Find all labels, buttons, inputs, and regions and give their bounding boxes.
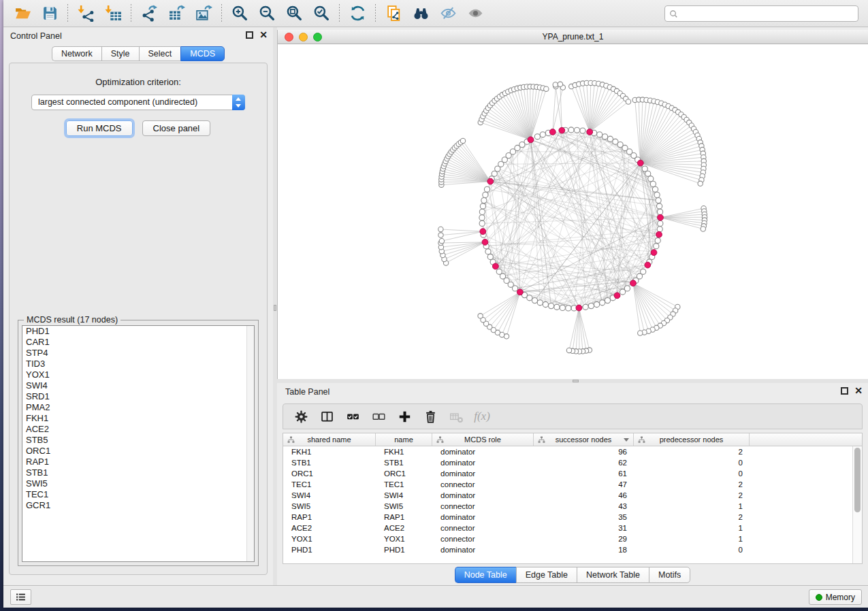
cell-shared_name[interactable]: SWI4 xyxy=(283,490,376,501)
result-item[interactable]: SRD1 xyxy=(22,391,254,402)
criterion-select[interactable]: largest connected component (undirected) xyxy=(31,95,245,110)
cell-predecessor_nodes[interactable]: 2 xyxy=(634,490,750,501)
zoom-in-button[interactable] xyxy=(228,3,251,24)
result-item[interactable]: YOX1 xyxy=(22,369,254,380)
export-network-button[interactable] xyxy=(138,3,161,24)
find-binoculars-button[interactable] xyxy=(409,3,432,24)
cell-successor_nodes[interactable]: 46 xyxy=(534,490,634,501)
cell-mcds_role[interactable]: dominator xyxy=(432,468,534,479)
cell-name[interactable]: STB1 xyxy=(376,457,432,468)
clone-network-button[interactable] xyxy=(382,3,405,24)
table-row[interactable]: SWI5SWI5connector431 xyxy=(283,501,852,512)
close-panel-icon[interactable]: ✕ xyxy=(259,31,268,39)
zoom-fit-content-button[interactable] xyxy=(283,3,306,24)
cell-mcds_role[interactable]: connector xyxy=(432,533,534,544)
tab-network[interactable]: Network xyxy=(52,46,101,61)
result-item[interactable]: FKH1 xyxy=(22,413,254,424)
cell-successor_nodes[interactable]: 35 xyxy=(534,512,634,523)
column-header-predecessor-nodes[interactable]: predecessor nodes xyxy=(634,433,750,446)
cell-successor_nodes[interactable]: 31 xyxy=(534,523,634,533)
cell-successor_nodes[interactable]: 62 xyxy=(534,457,634,468)
tab-select[interactable]: Select xyxy=(139,46,181,61)
toggle-graphics-details-button[interactable] xyxy=(436,3,460,24)
cell-mcds_role[interactable]: dominator xyxy=(432,490,534,501)
result-item[interactable]: GCR1 xyxy=(22,500,254,511)
window-minimize-icon[interactable] xyxy=(299,33,308,42)
save-session-button[interactable] xyxy=(38,3,61,24)
tab-network-table[interactable]: Network Table xyxy=(577,567,649,583)
column-header-MCDS-role[interactable]: MCDS role xyxy=(432,433,534,446)
cell-predecessor_nodes[interactable]: 0 xyxy=(634,457,750,468)
cell-mcds_role[interactable]: dominator xyxy=(432,457,534,468)
cell-shared_name[interactable]: YOX1 xyxy=(283,533,376,544)
close-panel-button[interactable]: Close panel xyxy=(142,120,211,136)
result-item[interactable]: STP4 xyxy=(22,348,254,359)
cell-name[interactable]: TEC1 xyxy=(376,479,432,490)
cell-shared_name[interactable]: SWI5 xyxy=(283,501,376,512)
export-table-button[interactable] xyxy=(165,3,188,24)
result-item[interactable]: CAR1 xyxy=(22,337,254,348)
result-item[interactable]: ORC1 xyxy=(22,446,254,457)
close-table-panel-icon[interactable]: ✕ xyxy=(854,387,863,395)
refresh-layout-button[interactable] xyxy=(346,3,369,24)
float-table-panel-icon[interactable] xyxy=(841,387,848,395)
cell-mcds_role[interactable]: connector xyxy=(432,479,534,490)
result-item[interactable]: STB5 xyxy=(22,435,254,446)
network-graph[interactable] xyxy=(278,44,868,379)
tab-edge-table[interactable]: Edge Table xyxy=(516,567,577,583)
tab-node-table[interactable]: Node Table xyxy=(455,567,516,583)
table-row[interactable]: YOX1YOX1connector291 xyxy=(283,533,852,544)
cell-predecessor_nodes[interactable]: 2 xyxy=(634,479,750,490)
cell-name[interactable]: FKH1 xyxy=(376,446,432,457)
result-item[interactable]: PMA2 xyxy=(22,402,254,413)
cell-predecessor_nodes[interactable]: 2 xyxy=(634,512,750,523)
table-row[interactable]: STB1STB1dominator620 xyxy=(283,457,852,468)
cell-shared_name[interactable]: STB1 xyxy=(283,457,376,468)
mcds-result-list[interactable]: PHD1CAR1STP4TID3YOX1SWI4SRD1PMA2FKH1ACE2… xyxy=(22,325,255,562)
cell-name[interactable]: PHD1 xyxy=(376,544,432,555)
tab-style[interactable]: Style xyxy=(101,46,139,61)
status-menu-button[interactable] xyxy=(10,589,31,605)
cell-shared_name[interactable]: ORC1 xyxy=(283,468,376,479)
column-header-name[interactable]: name xyxy=(376,433,432,446)
import-network-button[interactable] xyxy=(74,3,97,24)
cell-shared_name[interactable]: ACE2 xyxy=(283,523,376,533)
result-item[interactable]: ACE2 xyxy=(22,424,254,435)
window-zoom-icon[interactable] xyxy=(313,33,322,42)
table-row[interactable]: SWI4SWI4dominator462 xyxy=(283,490,852,501)
table-row[interactable]: ACE2ACE2connector311 xyxy=(283,523,852,533)
result-item[interactable]: SWI5 xyxy=(22,478,254,489)
cell-predecessor_nodes[interactable]: 2 xyxy=(634,446,750,457)
cell-mcds_role[interactable]: dominator xyxy=(432,446,534,457)
cell-predecessor_nodes[interactable]: 1 xyxy=(634,501,750,512)
result-item[interactable]: STB1 xyxy=(22,467,254,478)
add-column-button[interactable] xyxy=(395,407,414,426)
cell-name[interactable]: SWI5 xyxy=(376,501,432,512)
cell-shared_name[interactable]: TEC1 xyxy=(283,479,376,490)
cell-name[interactable]: SWI4 xyxy=(376,490,432,501)
cell-successor_nodes[interactable]: 47 xyxy=(534,479,634,490)
table-row[interactable]: RAP1RAP1dominator352 xyxy=(283,512,852,523)
cell-predecessor_nodes[interactable]: 0 xyxy=(634,468,750,479)
cell-predecessor_nodes[interactable]: 1 xyxy=(634,523,750,533)
result-item[interactable]: TEC1 xyxy=(22,489,254,500)
import-table-button[interactable] xyxy=(101,3,125,24)
cell-mcds_role[interactable]: dominator xyxy=(432,512,534,523)
table-scrollbar[interactable] xyxy=(852,446,862,563)
cell-predecessor_nodes[interactable]: 1 xyxy=(634,533,750,544)
table-row[interactable]: FKH1FKH1dominator962 xyxy=(283,446,852,457)
cell-successor_nodes[interactable]: 96 xyxy=(534,446,634,457)
cell-name[interactable]: ACE2 xyxy=(376,523,432,533)
table-row[interactable]: PHD1PHD1dominator180 xyxy=(283,544,852,555)
zoom-out-button[interactable] xyxy=(255,3,278,24)
cell-successor_nodes[interactable]: 61 xyxy=(534,468,634,479)
window-close-icon[interactable] xyxy=(285,33,293,42)
cell-successor_nodes[interactable]: 18 xyxy=(534,544,634,555)
table-row[interactable]: ORC1ORC1dominator610 xyxy=(283,468,852,479)
table-settings-button[interactable] xyxy=(291,407,310,426)
table-row[interactable]: TEC1TEC1connector472 xyxy=(283,479,852,490)
tab-mcds[interactable]: MCDS xyxy=(180,46,225,61)
cell-mcds_role[interactable]: connector xyxy=(432,523,534,533)
cell-name[interactable]: ORC1 xyxy=(376,468,432,479)
toggle-panel-layout-button[interactable] xyxy=(317,407,336,426)
